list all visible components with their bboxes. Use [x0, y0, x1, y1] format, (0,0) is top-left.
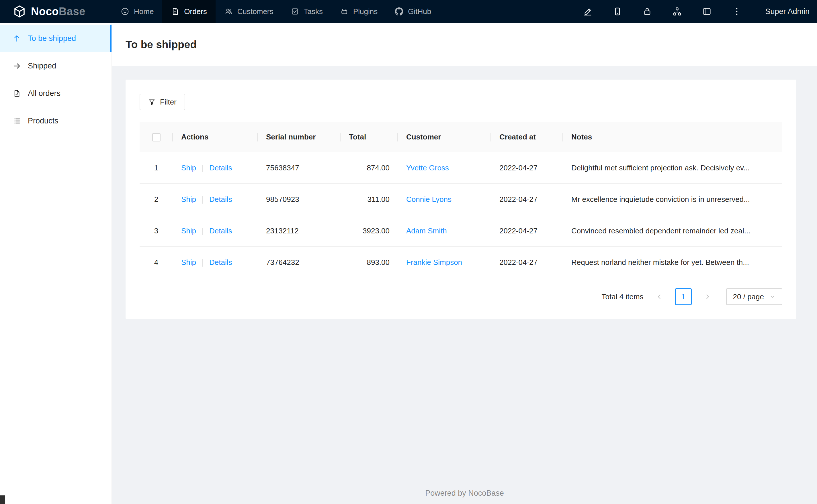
- created-at-cell: 2022-04-27: [491, 184, 563, 215]
- api-sitemap-icon[interactable]: [672, 7, 682, 16]
- sidebar: To be shipped Shipped All orders: [0, 23, 112, 504]
- filter-button-label: Filter: [160, 98, 176, 107]
- nav-label: GitHub: [408, 7, 431, 16]
- column-header-total: Total: [341, 122, 398, 152]
- arrow-up-icon: [13, 34, 21, 43]
- actions-cell: ShipDetails: [173, 152, 258, 184]
- actions-cell: ShipDetails: [173, 247, 258, 278]
- nav-item-github[interactable]: GitHub: [386, 0, 440, 23]
- action-divider: [202, 228, 203, 235]
- select-all-checkbox[interactable]: [152, 133, 160, 141]
- serial-number-cell: 23132112: [258, 215, 341, 247]
- logo-text-base: Base: [59, 5, 85, 17]
- user-menu[interactable]: Super Admin: [765, 7, 810, 16]
- customer-cell: Yvette Gross: [398, 152, 491, 184]
- nav-label: Orders: [184, 7, 207, 16]
- details-link[interactable]: Details: [209, 195, 232, 204]
- sidebar-scrollbar-thumb[interactable]: [0, 495, 5, 504]
- nocobase-logo[interactable]: NocoBase: [0, 0, 112, 23]
- row-index: 1: [139, 152, 173, 184]
- prev-page-button[interactable]: [651, 288, 668, 305]
- column-header-customer: Customer: [398, 122, 491, 152]
- customer-cell: Frankie Simpson: [398, 247, 491, 278]
- row-index: 4: [139, 247, 173, 278]
- total-cell: 311.00: [341, 184, 398, 215]
- column-header-notes: Notes: [563, 122, 782, 152]
- table-row: 1 ShipDetails 75638347 874.00 Yvette Gro…: [139, 152, 782, 184]
- column-header-actions: Actions: [173, 122, 258, 152]
- customer-link[interactable]: Connie Lyons: [406, 195, 451, 204]
- page-title: To be shipped: [125, 39, 196, 51]
- nav-label: Tasks: [304, 7, 323, 16]
- page-size-select[interactable]: 20 / page: [726, 288, 782, 305]
- lock-icon[interactable]: [643, 7, 652, 16]
- filter-button[interactable]: Filter: [139, 94, 185, 110]
- actions-cell: ShipDetails: [173, 215, 258, 247]
- table-header-row: Actions Serial number Total Customer Cre…: [139, 122, 782, 152]
- sidebar-item-to-be-shipped[interactable]: To be shipped: [0, 25, 111, 52]
- table-row: 2 ShipDetails 98570923 311.00 Connie Lyo…: [139, 184, 782, 215]
- action-divider: [202, 165, 203, 172]
- nav-label: Home: [134, 7, 154, 16]
- created-at-cell: 2022-04-27: [491, 152, 563, 184]
- ui-editor-highlighter-icon[interactable]: [583, 7, 592, 16]
- serial-number-cell: 75638347: [258, 152, 341, 184]
- main-area: To be shipped Filter: [112, 23, 817, 504]
- notes-cell: Convinced resembled dependent remainder …: [563, 215, 782, 247]
- total-cell: 893.00: [341, 247, 398, 278]
- total-cell: 3923.00: [341, 215, 398, 247]
- page-1-button[interactable]: 1: [675, 288, 692, 305]
- details-link[interactable]: Details: [209, 258, 232, 267]
- ship-link[interactable]: Ship: [181, 164, 196, 172]
- sidebar-item-products[interactable]: Products: [0, 107, 111, 135]
- ship-link[interactable]: Ship: [181, 258, 196, 267]
- ship-link[interactable]: Ship: [181, 195, 196, 204]
- column-header-created-at: Created at: [491, 122, 563, 152]
- row-index: 3: [139, 215, 173, 247]
- row-index: 2: [139, 184, 173, 215]
- next-page-button[interactable]: [699, 288, 716, 305]
- details-link[interactable]: Details: [209, 164, 232, 172]
- logo-text-noco: Noco: [31, 5, 59, 17]
- orders-card: Filter Actions Serial number Total Cus: [125, 80, 796, 319]
- serial-number-cell: 98570923: [258, 184, 341, 215]
- nav-item-tasks[interactable]: Tasks: [282, 0, 331, 23]
- nav-item-plugins[interactable]: Plugins: [331, 0, 386, 23]
- details-link[interactable]: Details: [209, 227, 232, 235]
- nav-item-customers[interactable]: Customers: [216, 0, 282, 23]
- sidebar-item-label: All orders: [28, 89, 60, 98]
- orders-icon: [171, 7, 179, 16]
- sidebar-item-all-orders[interactable]: All orders: [0, 80, 111, 107]
- actions-cell: ShipDetails: [173, 184, 258, 215]
- page-header: To be shipped: [112, 23, 817, 66]
- customer-link[interactable]: Frankie Simpson: [406, 258, 462, 267]
- more-ellipsis-icon[interactable]: [732, 7, 742, 16]
- table-row: 3 ShipDetails 23132112 3923.00 Adam Smit…: [139, 215, 782, 247]
- total-cell: 874.00: [341, 152, 398, 184]
- created-at-cell: 2022-04-27: [491, 215, 563, 247]
- sidebar-item-label: To be shipped: [28, 34, 76, 43]
- chevron-right-icon: [704, 293, 711, 300]
- orders-table: Actions Serial number Total Customer Cre…: [139, 122, 782, 278]
- layout-panel-icon[interactable]: [702, 7, 712, 16]
- mobile-client-icon[interactable]: [612, 7, 623, 16]
- nav-item-orders[interactable]: Orders: [162, 0, 215, 23]
- filter-funnel-icon: [148, 98, 156, 106]
- customers-icon: [224, 7, 233, 16]
- action-divider: [202, 259, 203, 267]
- pagination-total: Total 4 items: [602, 292, 644, 301]
- nav-item-home[interactable]: Home: [112, 0, 162, 23]
- home-icon: [121, 7, 129, 16]
- table-row: 4 ShipDetails 73764232 893.00 Frankie Si…: [139, 247, 782, 278]
- customer-link[interactable]: Adam Smith: [406, 227, 447, 235]
- topbar-right: Super Admin: [583, 0, 817, 23]
- sidebar-item-label: Products: [28, 117, 58, 125]
- sidebar-item-shipped[interactable]: Shipped: [0, 52, 111, 80]
- created-at-cell: 2022-04-27: [491, 247, 563, 278]
- chevron-left-icon: [656, 293, 663, 300]
- customer-link[interactable]: Yvette Gross: [406, 164, 449, 172]
- order-file-icon: [13, 89, 21, 98]
- ship-link[interactable]: Ship: [181, 227, 196, 235]
- pagination: Total 4 items 1: [139, 288, 782, 305]
- nav-label: Customers: [237, 7, 274, 16]
